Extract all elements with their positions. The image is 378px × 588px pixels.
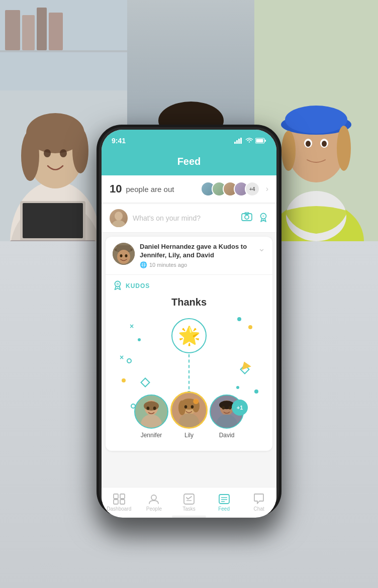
svg-point-38 bbox=[337, 126, 351, 171]
nav-chat[interactable]: Chat bbox=[241, 492, 276, 514]
svg-point-12 bbox=[72, 128, 88, 173]
avatar-lily bbox=[170, 391, 208, 429]
globe-icon: 🌐 bbox=[140, 261, 147, 268]
svg-point-41 bbox=[306, 141, 311, 147]
thanks-title: Thanks bbox=[113, 297, 265, 308]
svg-point-14 bbox=[60, 149, 67, 157]
recipient-lily: Lily bbox=[170, 391, 208, 439]
thanks-viz: Thanks × × bbox=[106, 292, 272, 451]
svg-point-84 bbox=[222, 406, 225, 410]
battery-icon bbox=[255, 138, 266, 144]
dashboard-icon bbox=[113, 494, 125, 505]
svg-point-78 bbox=[184, 405, 187, 408]
deco-dot-3 bbox=[138, 338, 141, 341]
chat-icon bbox=[253, 494, 264, 505]
svg-point-85 bbox=[229, 406, 232, 410]
dashed-connector bbox=[188, 354, 190, 395]
card-chevron[interactable]: ⌄ bbox=[258, 243, 265, 254]
svg-point-60 bbox=[117, 250, 130, 264]
nav-chat-label: Chat bbox=[254, 506, 264, 512]
card-header-text: Daniel Hernandez gave a Kudos to Jennife… bbox=[140, 243, 253, 268]
nav-tasks-label: Tasks bbox=[182, 506, 196, 512]
svg-point-11 bbox=[21, 131, 39, 181]
svg-point-64 bbox=[117, 282, 119, 285]
svg-rect-5 bbox=[49, 13, 63, 50]
compose-avatar bbox=[110, 209, 128, 227]
nav-dashboard[interactable]: Dashboard bbox=[102, 492, 137, 514]
kudos-label: KUDOS bbox=[106, 275, 272, 292]
svg-point-36 bbox=[285, 106, 347, 134]
viz-container: × × bbox=[113, 313, 265, 444]
svg-point-76 bbox=[193, 399, 199, 404]
compose-icons bbox=[241, 212, 268, 225]
app-content: 10 people are out +4 › bbox=[102, 175, 276, 487]
people-icon bbox=[148, 494, 159, 505]
nav-people[interactable]: People bbox=[137, 492, 172, 514]
deco-dot-2 bbox=[248, 325, 252, 329]
people-out-chevron: › bbox=[266, 184, 268, 193]
lily-name: Lily bbox=[184, 432, 194, 439]
svg-point-79 bbox=[191, 405, 194, 408]
scroll-indicator bbox=[172, 516, 206, 518]
svg-rect-4 bbox=[37, 8, 47, 50]
feed-card[interactable]: Daniel Hernandez gave a Kudos to Jennife… bbox=[106, 237, 272, 451]
deco-diamond-2 bbox=[140, 377, 150, 387]
svg-rect-16 bbox=[23, 203, 83, 238]
deco-dot-4 bbox=[122, 378, 126, 382]
status-time: 9:41 bbox=[112, 137, 126, 145]
card-meta: 🌐 10 minutes ago bbox=[140, 261, 253, 268]
award-icon[interactable] bbox=[258, 212, 268, 225]
card-avatar-daniel bbox=[113, 243, 135, 265]
deco-dot-1 bbox=[237, 317, 241, 321]
svg-rect-2 bbox=[5, 10, 20, 50]
svg-rect-93 bbox=[219, 495, 229, 504]
avatar-jennifer bbox=[134, 395, 168, 429]
status-bar: 9:41 bbox=[102, 130, 276, 152]
jennifer-name: Jennifer bbox=[141, 432, 162, 439]
compose-bar[interactable]: What's on your mind? bbox=[102, 204, 276, 233]
deco-dot-5 bbox=[236, 386, 239, 389]
svg-rect-44 bbox=[236, 140, 238, 144]
recipient-david: +1 David bbox=[210, 395, 244, 439]
people-out-count: 10 bbox=[110, 182, 122, 195]
people-avatars: +4 bbox=[201, 181, 260, 197]
camera-icon[interactable] bbox=[241, 212, 252, 225]
kudos-badge-icon bbox=[113, 280, 123, 292]
card-author: Daniel Hernandez gave a Kudos to Jennife… bbox=[140, 243, 253, 260]
svg-point-53 bbox=[245, 215, 249, 219]
wifi-icon bbox=[245, 138, 253, 144]
svg-point-70 bbox=[153, 407, 156, 410]
nav-tasks[interactable]: Tasks bbox=[171, 492, 207, 514]
svg-point-42 bbox=[322, 141, 327, 147]
svg-rect-48 bbox=[265, 140, 266, 142]
svg-rect-87 bbox=[120, 494, 125, 499]
recipients-row: Jennifer bbox=[134, 391, 244, 439]
status-icons bbox=[234, 138, 266, 144]
svg-point-62 bbox=[125, 254, 128, 257]
card-time: 10 minutes ago bbox=[149, 262, 187, 268]
deco-circle-1 bbox=[127, 358, 132, 363]
svg-point-50 bbox=[115, 212, 123, 221]
nav-people-label: People bbox=[146, 506, 162, 512]
svg-point-13 bbox=[44, 149, 51, 157]
badge-icon: 🌟 bbox=[171, 318, 207, 353]
svg-point-67 bbox=[144, 401, 159, 411]
svg-rect-86 bbox=[114, 494, 118, 499]
card-header: Daniel Hernandez gave a Kudos to Jennife… bbox=[106, 237, 272, 275]
compose-placeholder[interactable]: What's on your mind? bbox=[133, 214, 236, 222]
svg-rect-89 bbox=[120, 500, 125, 504]
svg-point-69 bbox=[147, 407, 150, 410]
deco-dot-6 bbox=[254, 389, 258, 394]
signal-icon bbox=[234, 138, 243, 144]
people-out-bar[interactable]: 10 people are out +4 › bbox=[102, 175, 276, 203]
svg-point-61 bbox=[120, 254, 123, 257]
nav-feed[interactable]: Feed bbox=[207, 492, 242, 514]
phone-screen: 9:41 bbox=[102, 130, 276, 518]
svg-point-37 bbox=[281, 131, 296, 171]
svg-rect-6 bbox=[0, 50, 127, 52]
nav-feed-label: Feed bbox=[218, 506, 230, 512]
svg-rect-45 bbox=[238, 139, 240, 144]
avatars-more: +4 bbox=[245, 181, 260, 197]
feed-icon bbox=[219, 494, 230, 505]
tasks-icon bbox=[183, 494, 195, 505]
